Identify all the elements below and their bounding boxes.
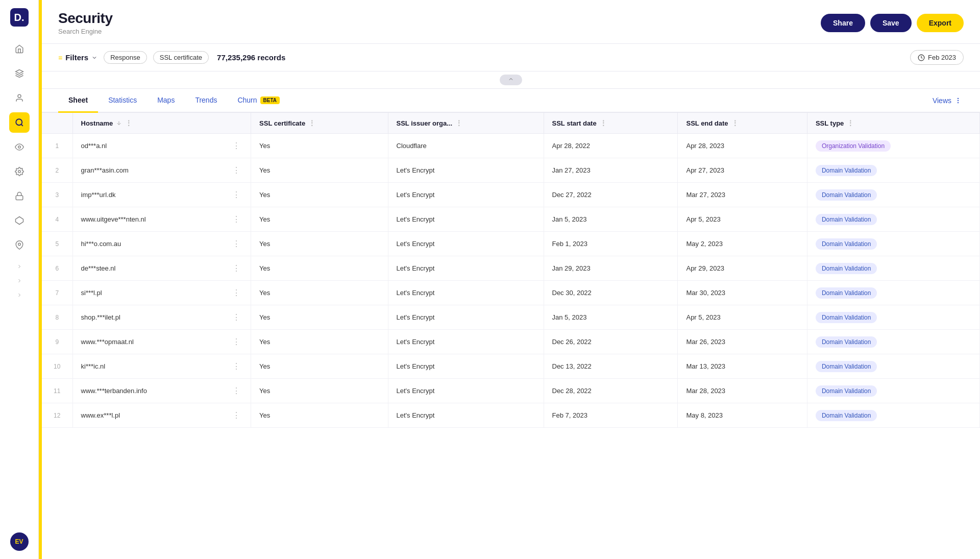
table-row: 3 imp***url.dk ⋮ Yes Let's Encrypt Dec 2… <box>42 183 980 207</box>
expand-section-2[interactable] <box>0 276 38 286</box>
sidebar-item-lock[interactable] <box>9 186 30 206</box>
filter-tag-ssl[interactable]: SSL certificate <box>153 51 209 64</box>
row-menu-icon[interactable]: ⋮ <box>230 360 242 372</box>
records-count: 77,235,296 records <box>217 53 285 62</box>
hostname-value: de***stee.nl <box>81 264 116 272</box>
export-button[interactable]: Export <box>917 14 964 32</box>
share-button[interactable]: Share <box>821 14 865 32</box>
row-hostname: od***a.nl ⋮ <box>72 134 251 158</box>
row-ssl-cert: Yes <box>251 354 388 379</box>
col-ssl-type-menu-icon[interactable]: ⋮ <box>847 119 854 127</box>
row-hostname: de***stee.nl ⋮ <box>72 256 251 281</box>
col-ssl-cert[interactable]: SSL certificate ⋮ <box>251 113 388 134</box>
tab-sheet[interactable]: Sheet <box>58 89 98 113</box>
date-filter[interactable]: Feb 2023 <box>910 50 964 65</box>
row-menu-icon[interactable]: ⋮ <box>230 409 242 421</box>
tab-trends[interactable]: Trends <box>185 89 227 113</box>
row-menu-icon[interactable]: ⋮ <box>230 385 242 397</box>
table-row: 4 www.uitgeve***nten.nl ⋮ Yes Let's Encr… <box>42 207 980 232</box>
row-ssl-type: Domain Validation <box>807 403 979 428</box>
row-hostname: gran***asin.com ⋮ <box>72 158 251 183</box>
svg-marker-7 <box>15 217 23 225</box>
row-ssl-cert: Yes <box>251 281 388 305</box>
row-menu-icon[interactable]: ⋮ <box>230 262 242 274</box>
ssl-type-badge: Domain Validation <box>816 385 877 397</box>
churn-label: Churn <box>237 96 257 104</box>
hostname-value: si***l.pl <box>81 289 102 297</box>
ssl-type-badge: Domain Validation <box>816 214 877 225</box>
col-ssl-issuer-menu-icon[interactable]: ⋮ <box>455 119 462 127</box>
row-menu-icon[interactable]: ⋮ <box>230 164 242 176</box>
ssl-type-badge: Domain Validation <box>816 189 877 201</box>
row-hostname: hi***o.com.au ⋮ <box>72 232 251 256</box>
save-button[interactable]: Save <box>870 14 912 32</box>
col-ssl-issuer[interactable]: SSL issuer orga... ⋮ <box>388 113 544 134</box>
sidebar-item-gear[interactable] <box>9 161 30 182</box>
ssl-type-badge: Organization Validation <box>816 140 891 152</box>
tab-maps[interactable]: Maps <box>147 89 185 113</box>
filter-icon: ≡ <box>58 54 62 62</box>
sidebar-item-search[interactable] <box>9 112 30 133</box>
row-ssl-start: Jan 5, 2023 <box>544 305 678 330</box>
row-menu-icon[interactable]: ⋮ <box>230 287 242 299</box>
filter-bar: ≡ Filters Response SSL certificate 77,23… <box>42 44 980 71</box>
row-ssl-start: Dec 27, 2022 <box>544 183 678 207</box>
hostname-value: www.ex***l.pl <box>81 411 120 419</box>
logo-area: D. <box>10 8 29 27</box>
row-num: 4 <box>42 207 72 232</box>
row-menu-icon[interactable]: ⋮ <box>230 238 242 250</box>
ssl-type-badge: Domain Validation <box>816 361 877 372</box>
col-ssl-end[interactable]: SSL end date ⋮ <box>678 113 807 134</box>
row-menu-icon[interactable]: ⋮ <box>230 213 242 225</box>
expand-section-3[interactable] <box>0 290 38 300</box>
row-ssl-end: Apr 5, 2023 <box>678 305 807 330</box>
col-hostname[interactable]: Hostname ⋮ <box>72 113 251 134</box>
row-num: 12 <box>42 403 72 428</box>
col-ssl-start[interactable]: SSL start date ⋮ <box>544 113 678 134</box>
row-num: 9 <box>42 330 72 354</box>
col-hostname-menu-icon[interactable]: ⋮ <box>125 119 132 127</box>
col-ssl-end-menu-icon[interactable]: ⋮ <box>731 119 739 127</box>
views-button[interactable]: Views <box>930 89 964 112</box>
sidebar-item-pin[interactable] <box>9 235 30 255</box>
sidebar-item-diamond[interactable] <box>9 210 30 231</box>
row-num: 10 <box>42 354 72 379</box>
table-row: 9 www.***opmaat.nl ⋮ Yes Let's Encrypt D… <box>42 330 980 354</box>
filter-tag-response[interactable]: Response <box>104 51 147 64</box>
row-menu-icon[interactable]: ⋮ <box>230 189 242 201</box>
user-avatar[interactable]: EV <box>10 532 29 551</box>
sidebar-item-eye[interactable] <box>9 137 30 157</box>
app-logo[interactable]: D. <box>10 8 29 27</box>
hostname-value: gran***asin.com <box>81 166 129 174</box>
row-ssl-end: Mar 28, 2023 <box>678 379 807 403</box>
row-ssl-start: Feb 7, 2023 <box>544 403 678 428</box>
table-row: 8 shop.***ilet.pl ⋮ Yes Let's Encrypt Ja… <box>42 305 980 330</box>
row-hostname: www.uitgeve***nten.nl ⋮ <box>72 207 251 232</box>
collapse-pill[interactable] <box>500 75 522 85</box>
col-ssl-type[interactable]: SSL type ⋮ <box>807 113 979 134</box>
tab-churn[interactable]: Churn BETA <box>227 89 290 113</box>
col-ssl-start-menu-icon[interactable]: ⋮ <box>600 119 607 127</box>
sidebar-item-home[interactable] <box>9 39 30 59</box>
row-ssl-issuer: Let's Encrypt <box>388 207 544 232</box>
row-menu-icon[interactable]: ⋮ <box>230 140 242 152</box>
sidebar-item-layers[interactable] <box>9 63 30 84</box>
table-row: 1 od***a.nl ⋮ Yes Cloudflare Apr 28, 202… <box>42 134 980 158</box>
row-ssl-type: Domain Validation <box>807 379 979 403</box>
col-ssl-cert-menu-icon[interactable]: ⋮ <box>308 119 315 127</box>
tab-statistics[interactable]: Statistics <box>98 89 147 113</box>
col-num <box>42 113 72 134</box>
ssl-type-badge: Domain Validation <box>816 263 877 274</box>
row-hostname: shop.***ilet.pl ⋮ <box>72 305 251 330</box>
row-menu-icon[interactable]: ⋮ <box>230 336 242 348</box>
row-ssl-cert: Yes <box>251 379 388 403</box>
row-ssl-issuer: Let's Encrypt <box>388 354 544 379</box>
svg-line-3 <box>21 124 22 126</box>
sidebar-item-person[interactable] <box>9 88 30 108</box>
expand-section-1[interactable] <box>0 261 38 272</box>
row-ssl-start: Jan 27, 2023 <box>544 158 678 183</box>
ssl-type-badge: Domain Validation <box>816 312 877 323</box>
filters-button[interactable]: ≡ Filters <box>58 53 97 62</box>
table-row: 10 ki***ic.nl ⋮ Yes Let's Encrypt Dec 13… <box>42 354 980 379</box>
row-menu-icon[interactable]: ⋮ <box>230 311 242 323</box>
